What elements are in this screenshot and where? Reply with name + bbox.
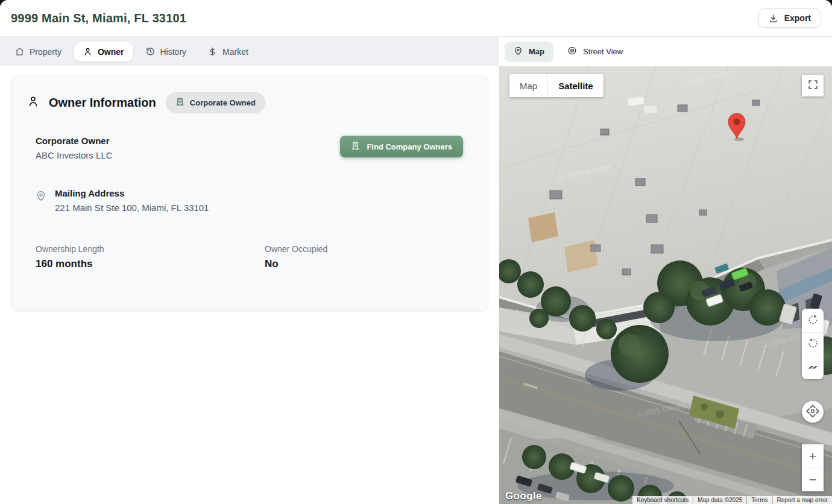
tilt-view-button[interactable] [802, 356, 824, 379]
map-pin-icon [36, 188, 46, 213]
rotate-tilt-panel [802, 309, 824, 379]
mailing-address-row: Mailing Address 221 Main St Ste 100, Mia… [27, 188, 472, 213]
map-type-map[interactable]: Map [509, 74, 547, 97]
tilt-icon [807, 361, 819, 375]
tab-label: Property [30, 47, 61, 57]
export-button-label: Export [784, 13, 811, 23]
card-header: Owner Information Corporate Owned [27, 92, 472, 113]
stat-label: Owner Occupied [265, 244, 327, 254]
pan-control[interactable] [802, 401, 824, 423]
main-content: Owner Information Corporate Owned Corpor… [0, 66, 499, 504]
map-view-label: Map [529, 47, 544, 56]
tab-bar: Property Owner History Market [0, 37, 499, 67]
house-icon [15, 47, 24, 56]
owner-occupied-stat: Owner Occupied No [265, 244, 327, 270]
keyboard-shortcuts-link[interactable]: Keyboard shortcuts [632, 496, 693, 504]
map-type-satellite[interactable]: Satellite [547, 74, 604, 97]
tab-label: Owner [98, 47, 124, 57]
corporate-owner-row: Corporate Owner ABC Investors LLC Find C… [27, 136, 472, 160]
tab-label: Market [222, 47, 248, 57]
rotate-counterclockwise-button[interactable] [802, 332, 824, 356]
person-icon [83, 47, 92, 56]
google-logo: Google [505, 490, 542, 502]
building-icon [351, 141, 360, 152]
download-icon [769, 14, 778, 23]
rotate-clockwise-button[interactable] [802, 309, 824, 332]
rotate-clockwise-icon [807, 314, 819, 327]
tab-history[interactable]: History [137, 42, 196, 61]
person-icon [27, 95, 39, 110]
street-view-button[interactable]: Street View [558, 41, 632, 62]
card-title: Owner Information [49, 96, 156, 110]
history-icon [146, 47, 155, 56]
mailing-address-block: Mailing Address 221 Main St Ste 100, Mia… [55, 188, 209, 213]
corporate-owned-badge: Corporate Owned [166, 92, 265, 113]
find-company-owners-label: Find Company Owners [367, 142, 452, 151]
street-view-label: Street View [583, 47, 623, 56]
app-window: 9999 Main St, Miami, FL 33101 Export Pro… [0, 0, 832, 504]
export-button[interactable]: Export [758, 8, 821, 28]
badge-label: Corporate Owned [190, 98, 256, 107]
map-toolbar: Map Street View [499, 37, 832, 67]
tab-owner[interactable]: Owner [74, 42, 133, 61]
stats-row: Ownership Length 160 months Owner Occupi… [27, 244, 472, 270]
stat-label: Ownership Length [36, 244, 265, 254]
fullscreen-button[interactable] [802, 75, 824, 96]
map-pin-icon [514, 46, 523, 57]
report-map-error-link[interactable]: Report a map error [773, 496, 832, 504]
rotate-counterclockwise-icon [807, 338, 819, 351]
map-attribution: Keyboard shortcuts Map data ©2025 Terms … [632, 496, 832, 504]
terms-link[interactable]: Terms [747, 496, 772, 504]
zoom-in-button[interactable]: + [802, 444, 824, 468]
mailing-address-label: Mailing Address [55, 188, 209, 198]
ownership-length-stat: Ownership Length 160 months [36, 244, 265, 270]
tab-band: Property Owner History Market Map S [0, 36, 832, 67]
map-data-attribution: Map data ©2025 [693, 496, 746, 504]
tab-label: History [160, 47, 187, 57]
zoom-out-button[interactable]: − [802, 468, 824, 491]
find-company-owners-button[interactable]: Find Company Owners [340, 136, 463, 157]
map-type-control: Map Satellite [509, 74, 604, 97]
header: 9999 Main St, Miami, FL 33101 Export [0, 0, 832, 36]
map-view-button[interactable]: Map [505, 42, 553, 62]
corporate-owner-name: ABC Investors LLC [36, 150, 113, 160]
corporate-owner-block: Corporate Owner ABC Investors LLC [36, 136, 113, 160]
satellite-imagery[interactable]: © 2025 Google © 2025 Google © 2025 Googl… [499, 66, 832, 504]
pan-arrows-icon [804, 402, 822, 422]
owner-information-card: Owner Information Corporate Owned Corpor… [11, 75, 488, 311]
eye-icon [567, 46, 577, 57]
corporate-owner-label: Corporate Owner [36, 136, 113, 146]
mailing-address-value: 221 Main St Ste 100, Miami, FL 33101 [55, 203, 209, 213]
page-title: 9999 Main St, Miami, FL 33101 [11, 11, 186, 25]
tab-property[interactable]: Property [6, 42, 71, 61]
fullscreen-icon [808, 80, 818, 92]
zoom-control: + − [802, 444, 824, 491]
dollar-icon [208, 47, 217, 56]
building-icon [175, 97, 184, 108]
map-panel: © 2025 Google © 2025 Google © 2025 Googl… [499, 66, 832, 504]
stat-value: No [265, 258, 327, 270]
tab-market[interactable]: Market [199, 42, 257, 61]
stat-value: 160 months [36, 258, 265, 270]
